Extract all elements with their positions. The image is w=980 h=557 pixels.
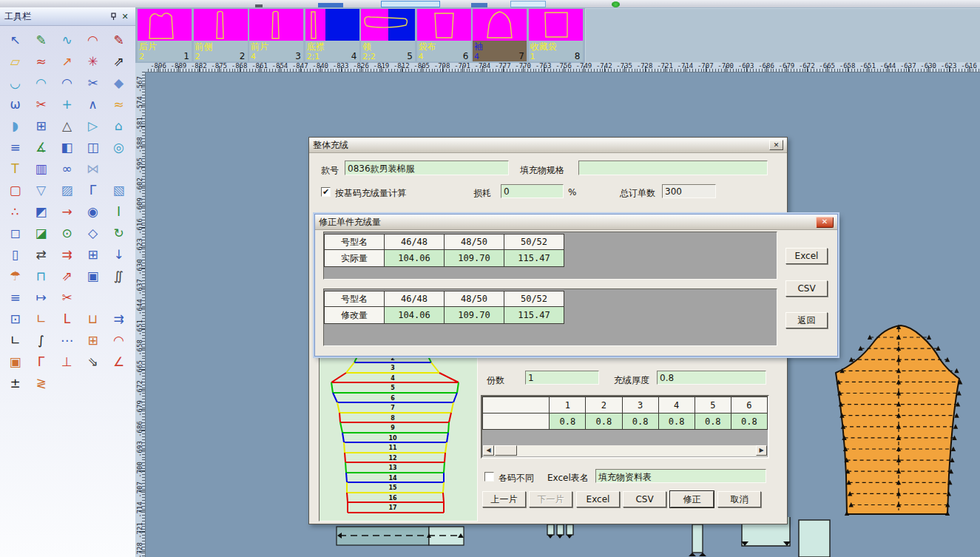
cursor-select-icon[interactable]: ↖: [2, 30, 28, 50]
scroll-right-icon[interactable]: ▶: [756, 445, 767, 456]
chain-arc-icon[interactable]: ω: [2, 94, 28, 115]
terrain-piece-icon[interactable]: ◪: [28, 223, 54, 243]
close-icon[interactable]: ✕: [119, 11, 131, 22]
amount-cell[interactable]: 115.47: [504, 307, 564, 324]
grid-cell[interactable]: 0.8: [586, 413, 622, 430]
amount-cell[interactable]: 109.70: [445, 307, 504, 324]
amount-cell[interactable]: 104.06: [385, 250, 445, 267]
nested-rect-icon[interactable]: ▣: [2, 351, 28, 372]
cancel-button[interactable]: 取消: [717, 491, 761, 507]
double-curve-icon[interactable]: ∬: [106, 266, 132, 286]
protractor-icon[interactable]: ◗: [2, 115, 28, 136]
duplicate-icon[interactable]: ⊞: [28, 115, 54, 136]
hatch-piece-icon[interactable]: ▨: [54, 180, 80, 200]
filler-spec-input[interactable]: [578, 161, 768, 175]
piece-curve-icon[interactable]: Γ: [80, 180, 106, 200]
height-measure-icon[interactable]: L: [54, 308, 80, 329]
scroll-thumb[interactable]: [495, 445, 517, 456]
hatch-rect-icon[interactable]: ▧: [106, 180, 132, 200]
grid-cell[interactable]: 0.8: [658, 413, 695, 430]
tangent-arc-icon[interactable]: ◠: [54, 72, 80, 93]
pattern-tile-7[interactable]: 袖47: [473, 9, 527, 61]
grid-scrollbar[interactable]: ◀ ▶: [483, 445, 767, 456]
prev-piece-button[interactable]: 上一片: [482, 491, 526, 507]
button-icon[interactable]: ◉: [80, 201, 106, 222]
pattern-tile-8[interactable]: 收藏袋18: [529, 9, 583, 61]
swap-piece-icon[interactable]: ⇄: [28, 244, 54, 265]
pattern-tile-2[interactable]: 前侧22: [194, 9, 248, 61]
scissors-icon[interactable]: ✂: [80, 72, 106, 93]
tee-icon[interactable]: T: [2, 158, 28, 179]
calc-by-base-checkbox[interactable]: ✔: [321, 187, 331, 197]
dotted-piece-icon[interactable]: ▯: [2, 244, 28, 265]
overlap-piece-icon[interactable]: ⊔: [80, 308, 106, 329]
back-button[interactable]: 返回: [785, 312, 828, 328]
dashed-outline-icon[interactable]: ▢: [2, 180, 28, 200]
dialog-titlebar[interactable]: 整体充绒 ✕: [309, 138, 787, 153]
unlink-icon[interactable]: ⋈: [80, 158, 106, 179]
pattern-tile-1[interactable]: 后片21: [138, 9, 192, 61]
arc-handle-icon[interactable]: ◠: [80, 30, 106, 50]
shares-input[interactable]: 1: [525, 371, 599, 385]
umbrella-icon[interactable]: ☂: [2, 266, 28, 286]
node-chain-icon[interactable]: ⋯: [54, 330, 80, 351]
compass-icon[interactable]: ∧: [80, 94, 106, 115]
pattern-tile-4[interactable]: 底襟2;14: [305, 9, 359, 61]
scroll-left-icon[interactable]: ◀: [483, 445, 494, 456]
grid-cell[interactable]: 0.8: [695, 413, 731, 430]
pattern-tile-6[interactable]: 袋布46: [417, 9, 471, 61]
loss-input[interactable]: 0: [501, 184, 564, 198]
arc-plus-icon[interactable]: ◠: [106, 330, 132, 351]
seam-column-icon[interactable]: ▥: [28, 158, 54, 179]
move-piece-icon[interactable]: →: [54, 201, 80, 222]
add-point-icon[interactable]: ⇗: [106, 51, 132, 72]
excel-button[interactable]: Excel: [576, 491, 620, 507]
width-adjust-icon[interactable]: ±: [2, 373, 28, 394]
modify-button[interactable]: 修正: [670, 491, 714, 507]
total-orders-input[interactable]: 300: [662, 184, 716, 198]
l-piece-icon[interactable]: ∟: [2, 330, 28, 351]
arc-3pt-icon[interactable]: ◠: [28, 72, 54, 93]
bezier-pen-icon[interactable]: ✎: [28, 30, 54, 50]
drawer-icon[interactable]: ≡: [2, 287, 28, 308]
amount-cell[interactable]: 104.06: [385, 307, 445, 324]
seam-ripper-icon[interactable]: ✳: [80, 51, 106, 72]
amount-cell[interactable]: 109.70: [445, 250, 504, 267]
zigzag-piece-icon[interactable]: ≷: [28, 373, 54, 394]
angle-fan-icon[interactable]: ∡: [28, 137, 54, 158]
angle-measure-icon[interactable]: ∠: [106, 351, 132, 372]
measure-points-icon[interactable]: ⇗: [54, 266, 80, 286]
gold-brush-icon[interactable]: ≈: [106, 94, 132, 115]
grid-cell[interactable]: 0.8: [622, 413, 658, 430]
seam-corner-icon[interactable]: ∟: [28, 308, 54, 329]
per-size-diff-checkbox[interactable]: [484, 472, 494, 482]
select-rect-icon[interactable]: ⊡: [2, 308, 28, 329]
excel-button[interactable]: Excel: [785, 248, 828, 264]
eraser-icon[interactable]: ▱: [2, 51, 28, 72]
corner-round-icon[interactable]: ◡: [2, 72, 28, 93]
circle-fit-icon[interactable]: ⊙: [54, 223, 80, 243]
pleat-icon[interactable]: ◫: [80, 137, 106, 158]
copy-piece-icon[interactable]: ⇉: [54, 244, 80, 265]
csv-button[interactable]: CSV: [785, 280, 828, 297]
excel-table-input[interactable]: 填充物资料表: [595, 469, 766, 483]
pattern-tile-3[interactable]: 前片43: [249, 9, 303, 61]
spiral-icon[interactable]: ◎: [106, 137, 132, 158]
close-icon[interactable]: ✕: [769, 140, 783, 150]
curve-foot-icon[interactable]: ∫: [28, 330, 54, 351]
curve-edit-icon[interactable]: ∿: [54, 30, 80, 50]
tool-palette-titlebar[interactable]: 工具栏 ✕: [0, 7, 135, 26]
window-piece-icon[interactable]: ⊞: [80, 330, 106, 351]
layer-icon[interactable]: ◧: [54, 137, 80, 158]
csv-button[interactable]: CSV: [623, 491, 666, 507]
corner-measure-icon[interactable]: ⊥: [54, 351, 80, 372]
axis-point-icon[interactable]: +: [54, 94, 80, 115]
corner-notch-icon[interactable]: Γ: [28, 351, 54, 372]
amount-cell[interactable]: 115.47: [504, 250, 564, 267]
grid-cell[interactable]: 0.8: [550, 413, 586, 430]
pin-piece-icon[interactable]: ◇: [80, 223, 106, 243]
pocket-icon[interactable]: ▽: [28, 180, 54, 200]
next-piece-button[interactable]: 下一片: [529, 491, 572, 507]
rotate-cut-icon[interactable]: ✂: [28, 94, 54, 115]
pattern-tile-5[interactable]: 领2;25: [361, 9, 415, 61]
